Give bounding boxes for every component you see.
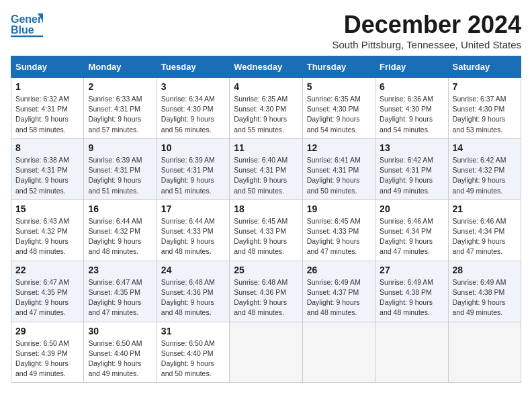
calendar-cell: 27Sunrise: 6:49 AMSunset: 4:38 PMDayligh… (375, 261, 448, 322)
day-info: Sunrise: 6:48 AMSunset: 4:36 PMDaylight:… (161, 277, 225, 318)
calendar-cell: 3Sunrise: 6:34 AMSunset: 4:30 PMDaylight… (157, 78, 229, 139)
svg-text:Blue: Blue (11, 24, 34, 36)
day-info: Sunrise: 6:35 AMSunset: 4:30 PMDaylight:… (234, 94, 298, 135)
day-info: Sunrise: 6:40 AMSunset: 4:31 PMDaylight:… (234, 155, 298, 196)
weekday-header-monday: Monday (84, 56, 157, 78)
calendar-cell: 14Sunrise: 6:42 AMSunset: 4:32 PMDayligh… (448, 138, 521, 199)
day-info: Sunrise: 6:45 AMSunset: 4:33 PMDaylight:… (234, 216, 298, 257)
calendar-cell: 2Sunrise: 6:33 AMSunset: 4:31 PMDaylight… (84, 78, 157, 139)
calendar-cell: 6Sunrise: 6:36 AMSunset: 4:30 PMDaylight… (375, 78, 448, 139)
calendar-week-4: 22Sunrise: 6:47 AMSunset: 4:35 PMDayligh… (11, 261, 521, 322)
day-info: Sunrise: 6:37 AMSunset: 4:30 PMDaylight:… (453, 94, 517, 135)
calendar-cell: 10Sunrise: 6:39 AMSunset: 4:31 PMDayligh… (157, 138, 229, 199)
day-number: 18 (234, 203, 298, 214)
calendar-cell: 1Sunrise: 6:32 AMSunset: 4:31 PMDaylight… (11, 78, 84, 139)
day-number: 14 (453, 142, 517, 153)
day-number: 11 (234, 142, 298, 153)
day-info: Sunrise: 6:38 AMSunset: 4:31 PMDaylight:… (15, 155, 79, 196)
day-number: 17 (161, 203, 225, 214)
calendar-cell: 9Sunrise: 6:39 AMSunset: 4:31 PMDaylight… (84, 138, 157, 199)
day-info: Sunrise: 6:44 AMSunset: 4:33 PMDaylight:… (161, 216, 225, 257)
day-info: Sunrise: 6:39 AMSunset: 4:31 PMDaylight:… (161, 155, 225, 196)
day-number: 9 (88, 142, 152, 153)
day-number: 3 (161, 81, 225, 92)
day-number: 25 (234, 265, 298, 275)
day-info: Sunrise: 6:45 AMSunset: 4:33 PMDaylight:… (307, 216, 371, 257)
calendar-cell: 20Sunrise: 6:46 AMSunset: 4:34 PMDayligh… (375, 199, 448, 261)
day-info: Sunrise: 6:49 AMSunset: 4:37 PMDaylight:… (307, 277, 371, 318)
day-info: Sunrise: 6:41 AMSunset: 4:31 PMDaylight:… (307, 155, 371, 196)
day-number: 7 (453, 81, 517, 92)
day-number: 6 (380, 81, 443, 92)
day-info: Sunrise: 6:36 AMSunset: 4:30 PMDaylight:… (380, 94, 443, 135)
day-number: 20 (380, 203, 443, 214)
calendar-cell (375, 322, 448, 383)
day-info: Sunrise: 6:49 AMSunset: 4:38 PMDaylight:… (453, 277, 517, 318)
calendar-cell: 24Sunrise: 6:48 AMSunset: 4:36 PMDayligh… (157, 261, 229, 322)
calendar-cell: 16Sunrise: 6:44 AMSunset: 4:32 PMDayligh… (84, 199, 157, 261)
calendar-cell: 15Sunrise: 6:43 AMSunset: 4:32 PMDayligh… (11, 199, 84, 261)
day-number: 1 (15, 81, 79, 92)
day-number: 21 (453, 203, 517, 214)
day-info: Sunrise: 6:50 AMSunset: 4:40 PMDaylight:… (161, 338, 225, 379)
calendar-cell (448, 322, 521, 383)
title-area: December 2024 South Pittsburg, Tennessee… (332, 11, 521, 50)
day-info: Sunrise: 6:46 AMSunset: 4:34 PMDaylight:… (453, 216, 517, 257)
calendar-cell: 29Sunrise: 6:50 AMSunset: 4:39 PMDayligh… (11, 322, 84, 383)
calendar-cell: 13Sunrise: 6:42 AMSunset: 4:31 PMDayligh… (375, 138, 448, 199)
day-number: 13 (380, 142, 443, 153)
calendar-cell: 12Sunrise: 6:41 AMSunset: 4:31 PMDayligh… (302, 138, 375, 199)
weekday-header-thursday: Thursday (302, 56, 375, 78)
day-number: 4 (234, 81, 298, 92)
weekday-header-tuesday: Tuesday (157, 56, 229, 78)
weekday-header-friday: Friday (375, 56, 448, 78)
day-number: 5 (307, 81, 371, 92)
weekday-header-row: SundayMondayTuesdayWednesdayThursdayFrid… (11, 56, 521, 78)
logo: General Blue (11, 11, 46, 38)
day-number: 26 (307, 265, 371, 275)
day-info: Sunrise: 6:46 AMSunset: 4:34 PMDaylight:… (380, 216, 443, 257)
day-info: Sunrise: 6:42 AMSunset: 4:31 PMDaylight:… (380, 155, 443, 196)
day-info: Sunrise: 6:35 AMSunset: 4:30 PMDaylight:… (307, 94, 371, 135)
calendar-week-3: 15Sunrise: 6:43 AMSunset: 4:32 PMDayligh… (11, 199, 521, 261)
day-number: 23 (88, 265, 152, 275)
day-info: Sunrise: 6:42 AMSunset: 4:32 PMDaylight:… (453, 155, 517, 196)
day-info: Sunrise: 6:48 AMSunset: 4:36 PMDaylight:… (234, 277, 298, 318)
calendar-cell: 21Sunrise: 6:46 AMSunset: 4:34 PMDayligh… (448, 199, 521, 261)
day-info: Sunrise: 6:50 AMSunset: 4:40 PMDaylight:… (88, 338, 152, 379)
day-info: Sunrise: 6:50 AMSunset: 4:39 PMDaylight:… (15, 338, 79, 379)
day-number: 29 (15, 326, 79, 336)
page-header: General Blue December 2024 South Pittsbu… (11, 11, 521, 50)
calendar-cell (302, 322, 375, 383)
day-number: 8 (15, 142, 79, 153)
calendar-cell: 5Sunrise: 6:35 AMSunset: 4:30 PMDaylight… (302, 78, 375, 139)
day-info: Sunrise: 6:39 AMSunset: 4:31 PMDaylight:… (88, 155, 152, 196)
weekday-header-wednesday: Wednesday (230, 56, 302, 78)
svg-text:General: General (11, 13, 43, 25)
calendar-cell (230, 322, 302, 383)
day-info: Sunrise: 6:34 AMSunset: 4:30 PMDaylight:… (161, 94, 225, 135)
day-number: 31 (161, 326, 225, 336)
calendar-week-5: 29Sunrise: 6:50 AMSunset: 4:39 PMDayligh… (11, 322, 521, 383)
calendar-cell: 7Sunrise: 6:37 AMSunset: 4:30 PMDaylight… (448, 78, 521, 139)
calendar-cell: 17Sunrise: 6:44 AMSunset: 4:33 PMDayligh… (157, 199, 229, 261)
day-number: 28 (453, 265, 517, 275)
calendar-cell: 22Sunrise: 6:47 AMSunset: 4:35 PMDayligh… (11, 261, 84, 322)
day-number: 27 (380, 265, 443, 275)
calendar-table: SundayMondayTuesdayWednesdayThursdayFrid… (11, 56, 521, 383)
day-info: Sunrise: 6:32 AMSunset: 4:31 PMDaylight:… (15, 94, 79, 135)
day-info: Sunrise: 6:43 AMSunset: 4:32 PMDaylight:… (15, 216, 79, 257)
day-info: Sunrise: 6:47 AMSunset: 4:35 PMDaylight:… (88, 277, 152, 318)
calendar-week-2: 8Sunrise: 6:38 AMSunset: 4:31 PMDaylight… (11, 138, 521, 199)
weekday-header-saturday: Saturday (448, 56, 521, 78)
month-title: December 2024 (332, 11, 521, 39)
logo-icon: General Blue (11, 11, 43, 38)
day-info: Sunrise: 6:44 AMSunset: 4:32 PMDaylight:… (88, 216, 152, 257)
calendar-cell: 31Sunrise: 6:50 AMSunset: 4:40 PMDayligh… (157, 322, 229, 383)
day-number: 16 (88, 203, 152, 214)
day-info: Sunrise: 6:47 AMSunset: 4:35 PMDaylight:… (15, 277, 79, 318)
calendar-week-1: 1Sunrise: 6:32 AMSunset: 4:31 PMDaylight… (11, 78, 521, 139)
calendar-cell: 4Sunrise: 6:35 AMSunset: 4:30 PMDaylight… (230, 78, 302, 139)
day-info: Sunrise: 6:49 AMSunset: 4:38 PMDaylight:… (380, 277, 443, 318)
calendar-cell: 8Sunrise: 6:38 AMSunset: 4:31 PMDaylight… (11, 138, 84, 199)
